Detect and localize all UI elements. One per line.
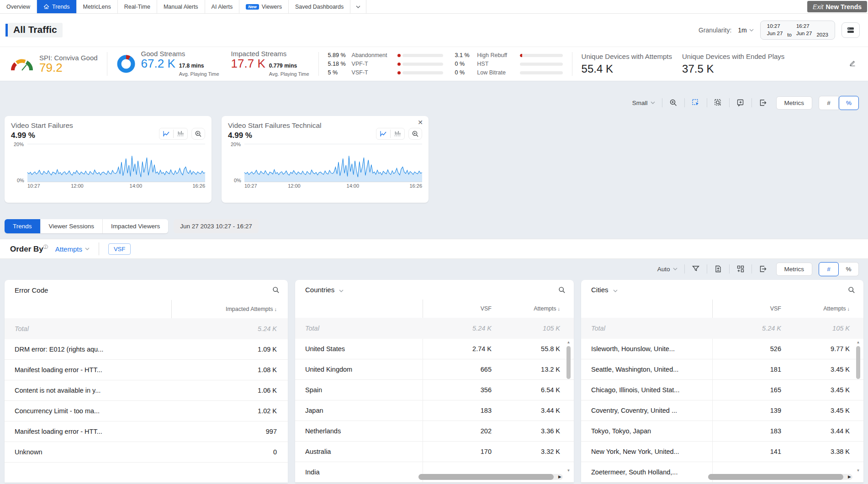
vscroll-thumb[interactable] — [566, 346, 571, 379]
table-total-row: Total5.24 K105 K — [581, 318, 863, 339]
table-search-button[interactable] — [558, 286, 566, 294]
chart-zoom-icon[interactable] — [408, 128, 422, 140]
zoom-selection-icon[interactable] — [714, 99, 722, 107]
line-chart-icon[interactable] — [159, 128, 173, 139]
report-icon[interactable] — [714, 265, 722, 273]
quality-metric-value: 5.18 % — [328, 61, 352, 67]
column-header-vsf[interactable]: VSF — [713, 305, 781, 312]
vertical-scrollbar[interactable]: ▲▼ — [855, 341, 861, 473]
granularity-select[interactable]: 1m — [738, 26, 753, 34]
table-row[interactable]: Chicago, Illinois, United Stat...1653.45… — [581, 380, 863, 400]
chart-size-select[interactable]: Small — [632, 100, 655, 106]
table-search-button[interactable] — [848, 286, 855, 294]
vsf-metric-chip[interactable]: VSF — [108, 243, 131, 255]
bar-chart-icon[interactable] — [391, 128, 404, 139]
metrics-button[interactable]: Metrics — [776, 263, 813, 276]
column-header-impacted-attempts[interactable]: Impacted Attempts↓ — [172, 306, 277, 312]
table-row[interactable]: New York, New York, United...1413.38 K — [581, 442, 863, 462]
table-row[interactable]: DRM error: E012 (rights aqu...1.09 K — [5, 339, 288, 360]
detail-tab-viewer-sessions[interactable]: Viewer Sessions — [40, 219, 103, 233]
close-icon[interactable]: ✕ — [418, 119, 423, 126]
tables-toolbar: Auto Metrics # % — [0, 260, 868, 278]
red-dot-icon — [397, 63, 401, 66]
line-chart-icon[interactable] — [376, 128, 390, 139]
nav-tab-saved-dashboards[interactable]: Saved Dashboards — [289, 0, 350, 13]
table-dimension-chevron-icon[interactable] — [339, 286, 344, 294]
table-row[interactable]: Manifest loading error - HTT...1.08 K — [5, 360, 288, 380]
scroll-up-icon[interactable]: ▲ — [567, 341, 571, 344]
table-row[interactable]: Unknown0 — [5, 442, 288, 463]
saved-views-button[interactable] — [842, 22, 860, 38]
percent-toggle-button[interactable]: % — [839, 96, 859, 110]
nav-tab-real-time[interactable]: Real-Time — [118, 0, 157, 13]
row-name: Manifest loading error - HTT... — [5, 366, 172, 374]
scroll-down-icon[interactable]: ▼ — [857, 469, 860, 473]
detail-tab-impacted-viewers[interactable]: Impacted Viewers — [102, 219, 168, 233]
table-row[interactable]: Netherlands2023.36 K — [295, 421, 574, 442]
edit-kpis-button[interactable] — [849, 59, 856, 68]
nav-tab-ai-alerts[interactable]: AI Alerts — [205, 0, 240, 13]
quality-metric-row: 0 %Low Bitrate — [455, 69, 563, 76]
table-mode-select[interactable]: Auto — [657, 266, 677, 273]
order-by-label: Order Byⓘ — [10, 244, 48, 254]
table-row[interactable]: Spain3566.54 K — [295, 380, 574, 400]
nav-more-chevron-icon[interactable] — [350, 0, 366, 13]
zoom-in-icon[interactable] — [669, 99, 677, 107]
horizontal-scrollbar[interactable]: ▶ — [418, 474, 563, 480]
scroll-up-icon[interactable]: ▲ — [857, 341, 860, 344]
table-total-row: Total5.24 K105 K — [295, 318, 574, 339]
table-row[interactable]: Seattle, Washington, United...1813.45 K — [581, 359, 863, 380]
export-icon[interactable] — [759, 265, 767, 273]
table-row[interactable]: Australia1703.32 K — [295, 442, 574, 462]
nav-tab-metriclens[interactable]: MetricLens — [77, 0, 118, 13]
column-header-attempts[interactable]: Attempts↓ — [781, 305, 850, 312]
row-value: 9.77 K — [781, 345, 850, 352]
horizontal-scrollbar[interactable]: ▶ — [708, 474, 852, 480]
total-label: Total — [581, 325, 713, 332]
bar-chart-icon[interactable] — [174, 128, 187, 139]
metric-bar-track — [520, 54, 563, 57]
nav-tab-overview[interactable]: Overview — [0, 0, 37, 13]
vertical-scrollbar[interactable]: ▲▼ — [566, 341, 572, 473]
add-widget-icon[interactable] — [736, 265, 745, 273]
table-row[interactable]: Coventry, Coventry, United ...1393.45 K — [581, 400, 863, 421]
table-row[interactable]: United Kingdom66513.2 K — [295, 359, 574, 380]
number-toggle-button[interactable]: # — [819, 96, 839, 110]
chart-zoom-icon[interactable] — [191, 128, 205, 140]
column-header-vsf[interactable]: VSF — [423, 305, 492, 312]
scroll-right-icon[interactable]: ▶ — [558, 474, 561, 480]
nav-tab-viewers[interactable]: NewViewers — [239, 0, 289, 13]
good-streams-value: 67.2 K — [141, 58, 175, 70]
scroll-down-icon[interactable]: ▼ — [567, 469, 571, 473]
hscroll-thumb[interactable] — [418, 474, 554, 480]
number-toggle-button[interactable]: # — [819, 262, 839, 276]
table-row[interactable]: Tokyo, Tokyo, Japan1833.44 K — [581, 421, 863, 442]
add-annotation-icon[interactable] — [736, 99, 745, 107]
select-region-icon[interactable] — [692, 99, 700, 107]
percent-toggle-button[interactable]: % — [839, 262, 859, 276]
filter-icon[interactable] — [692, 265, 700, 273]
table-row[interactable]: Japan1833.44 K — [295, 400, 574, 421]
table-row[interactable]: Isleworth, Hounslow, Unite...5269.77 K — [581, 339, 863, 359]
detail-tab-trends[interactable]: Trends — [5, 219, 40, 233]
export-icon[interactable] — [759, 99, 767, 107]
table-row[interactable]: Content is not available in y...1.06 K — [5, 380, 288, 401]
table-dimension-chevron-icon[interactable] — [613, 286, 618, 294]
table-row[interactable]: Concurrency Limit - too ma...1.02 K — [5, 401, 288, 421]
column-header-attempts[interactable]: Attempts↓ — [492, 305, 560, 312]
order-by-select[interactable]: Attempts — [55, 245, 90, 253]
nav-tab-trends[interactable]: Trends — [37, 0, 76, 13]
metrics-button[interactable]: Metrics — [776, 96, 813, 110]
date-range-picker[interactable]: 10:27Jun 27 to 16:27Jun 27 2023 — [760, 21, 835, 39]
nav-tab-manual-alerts[interactable]: Manual Alerts — [157, 0, 205, 13]
quality-metric-row: 5.89 %Abandonment — [328, 52, 443, 58]
quality-metric-row: 3.1 %High Rebuff — [455, 52, 563, 58]
exit-new-trends-button[interactable]: ExitNew Trends — [807, 1, 867, 12]
hscroll-thumb[interactable] — [708, 474, 843, 480]
table-row[interactable]: United States2.74 K55.8 K — [295, 339, 574, 359]
scroll-right-icon[interactable]: ▶ — [848, 474, 851, 480]
vscroll-thumb[interactable] — [856, 346, 860, 379]
table-row[interactable]: Manifest loading error - HTT...997 — [5, 421, 288, 442]
row-name: Coventry, Coventry, United ... — [581, 407, 712, 414]
table-search-button[interactable] — [272, 286, 280, 294]
